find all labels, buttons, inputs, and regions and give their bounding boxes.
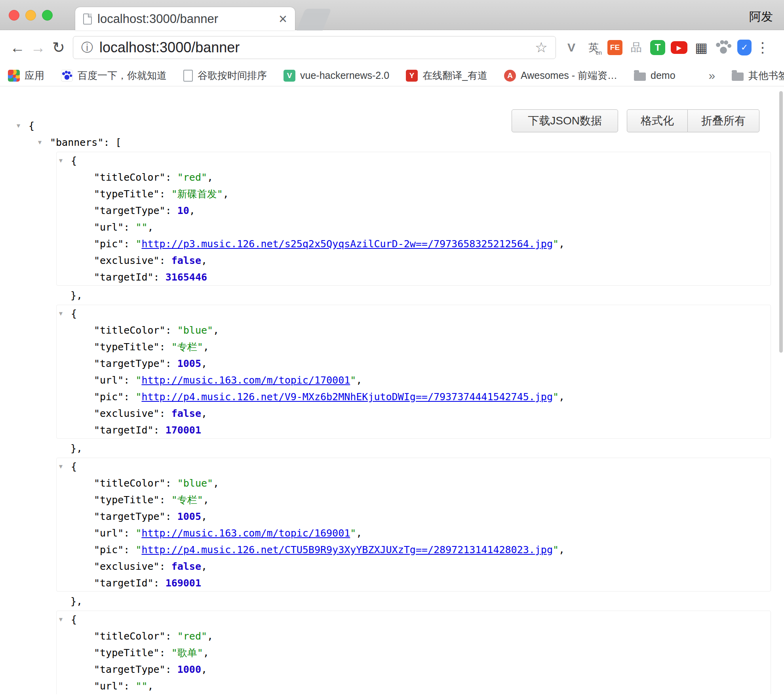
json-number: 3165446 [166, 271, 207, 283]
vimium-icon[interactable]: V [563, 39, 580, 56]
bookmark-item[interactable]: 应用 [8, 69, 44, 82]
json-link[interactable]: http://p3.music.126.net/s25q2x5QyqsAzilC… [141, 238, 553, 250]
json-punctuation: , [147, 680, 153, 692]
json-string: "blue" [177, 325, 213, 336]
disclosure-triangle-icon[interactable]: ▼ [57, 310, 71, 317]
json-object-box: ▼{"titleColor": "red","typeTitle": "歌单",… [56, 611, 771, 694]
json-key: "targetType" [94, 664, 166, 675]
new-tab-button[interactable] [297, 9, 331, 31]
youtube-icon[interactable]: ▶ [671, 41, 687, 54]
json-punctuation: , [203, 494, 209, 506]
json-link[interactable]: http://p4.music.126.net/V9-MXz6b2MNhEKju… [141, 391, 553, 403]
fe-extension-icon[interactable]: FE [607, 40, 622, 55]
json-property: "url": "", [57, 219, 771, 235]
json-punctuation: : [160, 341, 171, 353]
bookmark-item[interactable]: 百度一下，你就知道 [61, 69, 167, 82]
json-key: "pic" [94, 391, 124, 403]
bookmark-label: demo [651, 70, 676, 81]
url-text[interactable]: localhost:3000/banner [99, 39, 240, 56]
json-punctuation: : [154, 577, 166, 589]
json-string: "新碟首发" [171, 187, 223, 200]
json-key: "titleColor" [94, 172, 166, 183]
json-punctuation: , [207, 630, 213, 642]
bookmark-item[interactable]: Vvue-hackernews-2.0 [284, 70, 389, 82]
bookmark-item[interactable]: demo [634, 70, 676, 81]
json-property: "url": "", [57, 678, 771, 694]
json-key: "typeTitle" [94, 647, 160, 659]
disclosure-triangle-icon[interactable]: ▼ [57, 157, 71, 164]
json-array-items: ▼{"titleColor": "red","typeTitle": "新碟首发… [56, 152, 784, 694]
json-string: "red" [177, 630, 207, 642]
json-punctuation: : [160, 408, 171, 419]
vue-icon: V [284, 70, 295, 82]
json-punctuation: , [559, 238, 565, 250]
extensions-row: V英enFE品T▶▦✓ [563, 39, 752, 56]
json-punctuation: : [124, 680, 135, 692]
back-icon[interactable]: ← [7, 39, 28, 56]
minimize-window-button[interactable] [25, 10, 36, 21]
bookmarks-overflow-icon[interactable]: » [709, 69, 715, 82]
json-link[interactable]: http://p4.music.126.net/CTU5B9R9y3XyYBZX… [141, 544, 553, 556]
bookmark-label: 谷歌按时间排序 [198, 69, 267, 82]
zoom-window-button[interactable] [42, 10, 53, 21]
paw-icon[interactable] [715, 39, 732, 56]
json-line: ▼{ [57, 152, 771, 169]
json-line: ▼}, [56, 440, 784, 456]
site-info-icon[interactable]: ⓘ [81, 40, 93, 56]
disclosure-triangle-icon[interactable]: ▼ [36, 139, 50, 146]
forward-icon[interactable]: → [28, 39, 48, 56]
navigation-bar: ← → ↻ ⓘ localhost:3000/banner ☆ V英enFE品T… [0, 30, 784, 65]
json-string: "blue" [177, 477, 213, 489]
bookmark-label: Awesomes - 前端资… [521, 69, 617, 82]
tab-close-icon[interactable]: × [279, 12, 287, 26]
json-punctuation: : [124, 238, 135, 250]
disclosure-triangle-icon[interactable]: ▼ [57, 463, 71, 470]
org-chart-icon[interactable]: 品 [628, 39, 645, 56]
json-number: false [171, 561, 201, 572]
json-property: "pic": "http://p4.music.126.net/CTU5B9R9… [57, 541, 771, 558]
format-button[interactable]: 格式化 [627, 109, 688, 132]
awesomes-icon: A [504, 70, 516, 82]
json-key: "pic" [94, 238, 124, 250]
json-punctuation: : [166, 325, 177, 336]
json-punctuation: , [207, 172, 213, 183]
json-punctuation: : [166, 358, 177, 369]
close-window-button[interactable] [9, 10, 19, 21]
json-key: "targetType" [94, 511, 166, 522]
json-controls: 下载JSON数据 格式化 折叠所有 [512, 109, 759, 132]
bookmark-star-icon[interactable]: ☆ [535, 39, 548, 56]
json-key: "titleColor" [94, 477, 166, 489]
bookmark-item[interactable]: Y在线翻译_有道 [406, 69, 487, 82]
disclosure-triangle-icon[interactable]: ▼ [57, 616, 71, 623]
translate-icon[interactable]: 英en [585, 39, 602, 56]
bookmark-item[interactable]: 谷歌按时间排序 [183, 69, 267, 82]
other-bookmarks-folder[interactable]: 其他书签 [732, 69, 784, 82]
green-shield-icon[interactable]: T [650, 40, 665, 55]
folder-icon [634, 73, 646, 81]
json-punctuation: { [71, 308, 77, 319]
json-link[interactable]: http://music.163.com/m/topic/169001 [141, 527, 350, 539]
tab-title: localhost:3000/banner [97, 12, 274, 26]
collapse-all-button[interactable]: 折叠所有 [688, 109, 759, 132]
json-punctuation: : [166, 477, 177, 489]
json-punctuation: : [154, 424, 166, 436]
json-link[interactable]: http://music.163.com/m/topic/170001 [141, 374, 350, 386]
scrollbar[interactable] [779, 91, 783, 353]
browser-menu-icon[interactable]: ⋮ [755, 39, 770, 56]
json-line: ▼}, [56, 593, 784, 609]
download-json-button[interactable]: 下载JSON数据 [512, 109, 618, 132]
disclosure-triangle-icon[interactable]: ▼ [14, 122, 29, 129]
json-property: "targetType": 1005, [57, 508, 771, 525]
json-punctuation: , [559, 544, 565, 556]
bookmark-item[interactable]: AAwesomes - 前端资… [504, 69, 617, 82]
json-string: " [135, 238, 141, 250]
json-key: "exclusive" [94, 561, 160, 572]
security-shield-icon[interactable]: ✓ [737, 40, 752, 55]
browser-tab[interactable]: localhost:3000/banner × [75, 7, 295, 31]
qr-code-icon[interactable]: ▦ [693, 39, 710, 56]
reload-icon[interactable]: ↻ [48, 39, 69, 56]
json-string: "专栏" [171, 340, 203, 353]
json-key: "targetId" [94, 271, 154, 283]
address-bar[interactable]: ⓘ localhost:3000/banner ☆ [73, 36, 556, 59]
json-punctuation: : [160, 647, 171, 659]
